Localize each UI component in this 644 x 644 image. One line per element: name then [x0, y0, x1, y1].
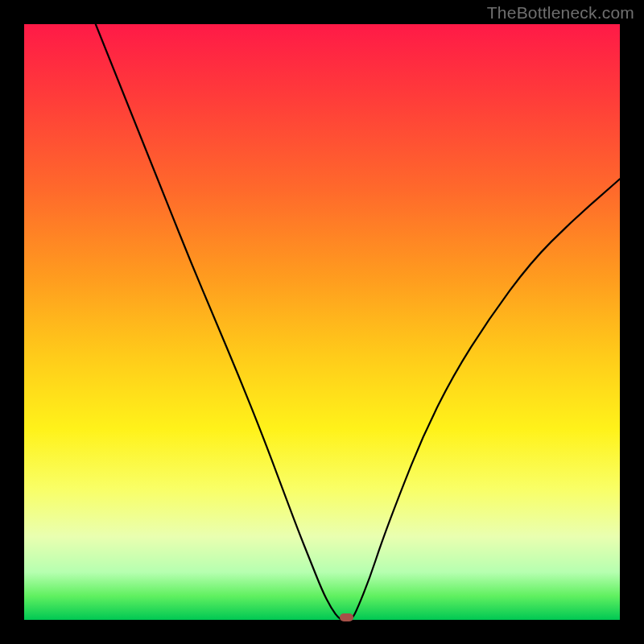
bottleneck-curve [24, 24, 620, 620]
plot-area [24, 24, 620, 620]
watermark-text: TheBottleneck.com [487, 3, 634, 23]
valley-marker [340, 613, 353, 621]
outer-frame: TheBottleneck.com [0, 0, 644, 644]
